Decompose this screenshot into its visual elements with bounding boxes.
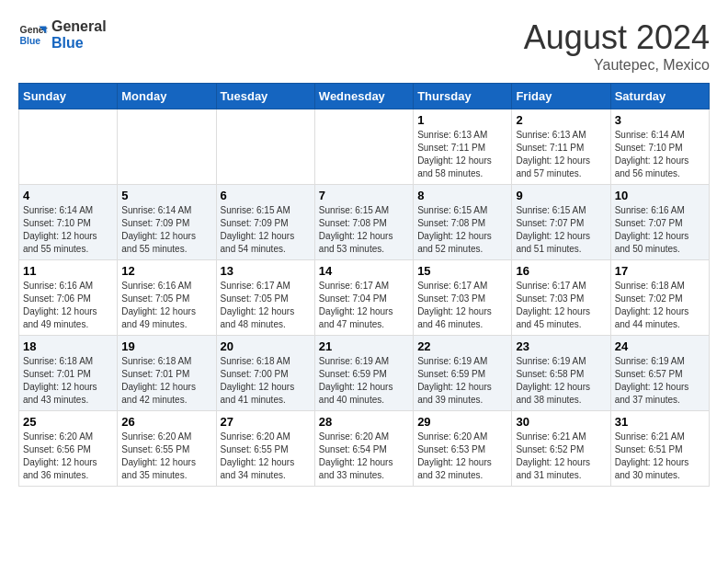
day-number: 10 bbox=[615, 189, 705, 202]
day-number: 20 bbox=[221, 339, 311, 353]
calendar-cell: 5Sunrise: 6:14 AMSunset: 7:09 PMDaylight… bbox=[118, 185, 216, 260]
calendar-cell: 28Sunrise: 6:20 AMSunset: 6:54 PMDayligh… bbox=[314, 411, 413, 487]
calendar-cell bbox=[216, 109, 314, 185]
day-info: Sunrise: 6:17 AMSunset: 7:05 PMDaylight:… bbox=[221, 280, 311, 331]
header-cell-saturday: Saturday bbox=[610, 84, 709, 109]
day-number: 25 bbox=[23, 415, 113, 429]
day-info: Sunrise: 6:20 AMSunset: 6:53 PMDaylight:… bbox=[417, 431, 507, 482]
day-number: 27 bbox=[221, 415, 311, 429]
day-number: 2 bbox=[516, 113, 606, 127]
calendar-cell: 2Sunrise: 6:13 AMSunset: 7:11 PMDaylight… bbox=[512, 109, 610, 185]
day-number: 21 bbox=[319, 339, 409, 353]
day-number: 13 bbox=[221, 264, 311, 278]
day-info: Sunrise: 6:16 AMSunset: 7:05 PMDaylight:… bbox=[121, 280, 211, 331]
day-info: Sunrise: 6:20 AMSunset: 6:56 PMDaylight:… bbox=[23, 431, 113, 482]
calendar-table: SundayMondayTuesdayWednesdayThursdayFrid… bbox=[18, 83, 710, 487]
week-row: 11Sunrise: 6:16 AMSunset: 7:06 PMDayligh… bbox=[19, 260, 710, 336]
day-info: Sunrise: 6:20 AMSunset: 6:55 PMDaylight:… bbox=[221, 431, 311, 482]
header-cell-thursday: Thursday bbox=[414, 84, 512, 109]
calendar-cell: 25Sunrise: 6:20 AMSunset: 6:56 PMDayligh… bbox=[19, 411, 118, 487]
day-number: 30 bbox=[516, 415, 606, 429]
day-number: 24 bbox=[615, 339, 705, 353]
day-number: 22 bbox=[417, 339, 507, 353]
calendar-cell: 22Sunrise: 6:19 AMSunset: 6:59 PMDayligh… bbox=[414, 336, 512, 411]
day-number: 8 bbox=[417, 189, 507, 202]
day-number: 28 bbox=[319, 415, 409, 429]
day-info: Sunrise: 6:13 AMSunset: 7:11 PMDaylight:… bbox=[417, 129, 507, 180]
header-cell-monday: Monday bbox=[118, 84, 216, 109]
calendar-cell: 3Sunrise: 6:14 AMSunset: 7:10 PMDaylight… bbox=[610, 109, 709, 185]
day-info: Sunrise: 6:14 AMSunset: 7:09 PMDaylight:… bbox=[121, 204, 211, 256]
day-info: Sunrise: 6:15 AMSunset: 7:08 PMDaylight:… bbox=[417, 204, 507, 256]
calendar-cell: 6Sunrise: 6:15 AMSunset: 7:09 PMDaylight… bbox=[216, 185, 314, 260]
day-number: 17 bbox=[615, 264, 705, 278]
day-info: Sunrise: 6:20 AMSunset: 6:54 PMDaylight:… bbox=[319, 431, 409, 482]
calendar-cell: 17Sunrise: 6:18 AMSunset: 7:02 PMDayligh… bbox=[610, 260, 709, 336]
day-number: 7 bbox=[319, 189, 409, 202]
logo: General Blue General Blue bbox=[18, 18, 107, 51]
logo-blue: Blue bbox=[51, 35, 107, 52]
day-info: Sunrise: 6:15 AMSunset: 7:08 PMDaylight:… bbox=[319, 204, 409, 256]
day-info: Sunrise: 6:16 AMSunset: 7:07 PMDaylight:… bbox=[615, 204, 705, 256]
day-number: 29 bbox=[417, 415, 507, 429]
page-header: General Blue General Blue August 2024 Ya… bbox=[18, 18, 710, 74]
day-number: 12 bbox=[121, 264, 211, 278]
calendar-cell: 24Sunrise: 6:19 AMSunset: 6:57 PMDayligh… bbox=[610, 336, 709, 411]
day-info: Sunrise: 6:20 AMSunset: 6:55 PMDaylight:… bbox=[121, 431, 211, 482]
week-row: 1Sunrise: 6:13 AMSunset: 7:11 PMDaylight… bbox=[19, 109, 710, 185]
calendar-cell: 12Sunrise: 6:16 AMSunset: 7:05 PMDayligh… bbox=[118, 260, 216, 336]
day-info: Sunrise: 6:18 AMSunset: 7:00 PMDaylight:… bbox=[221, 355, 311, 407]
calendar-cell: 16Sunrise: 6:17 AMSunset: 7:03 PMDayligh… bbox=[512, 260, 610, 336]
main-title: August 2024 bbox=[524, 18, 710, 57]
calendar-cell: 29Sunrise: 6:20 AMSunset: 6:53 PMDayligh… bbox=[414, 411, 512, 487]
calendar-cell: 14Sunrise: 6:17 AMSunset: 7:04 PMDayligh… bbox=[314, 260, 413, 336]
header-cell-friday: Friday bbox=[512, 84, 610, 109]
calendar-cell: 21Sunrise: 6:19 AMSunset: 6:59 PMDayligh… bbox=[314, 336, 413, 411]
calendar-header: SundayMondayTuesdayWednesdayThursdayFrid… bbox=[19, 84, 710, 109]
calendar-cell bbox=[118, 109, 216, 185]
day-number: 15 bbox=[417, 264, 507, 278]
week-row: 4Sunrise: 6:14 AMSunset: 7:10 PMDaylight… bbox=[19, 185, 710, 260]
calendar-cell: 19Sunrise: 6:18 AMSunset: 7:01 PMDayligh… bbox=[118, 336, 216, 411]
day-info: Sunrise: 6:19 AMSunset: 6:57 PMDaylight:… bbox=[615, 355, 705, 407]
calendar-body: 1Sunrise: 6:13 AMSunset: 7:11 PMDaylight… bbox=[19, 109, 710, 487]
calendar-cell: 10Sunrise: 6:16 AMSunset: 7:07 PMDayligh… bbox=[610, 185, 709, 260]
day-number: 9 bbox=[516, 189, 606, 202]
day-info: Sunrise: 6:17 AMSunset: 7:03 PMDaylight:… bbox=[417, 280, 507, 331]
day-number: 26 bbox=[121, 415, 211, 429]
calendar-cell: 18Sunrise: 6:18 AMSunset: 7:01 PMDayligh… bbox=[19, 336, 118, 411]
calendar-cell: 31Sunrise: 6:21 AMSunset: 6:51 PMDayligh… bbox=[610, 411, 709, 487]
calendar-cell: 4Sunrise: 6:14 AMSunset: 7:10 PMDaylight… bbox=[19, 185, 118, 260]
calendar-cell: 11Sunrise: 6:16 AMSunset: 7:06 PMDayligh… bbox=[19, 260, 118, 336]
day-info: Sunrise: 6:18 AMSunset: 7:02 PMDaylight:… bbox=[615, 280, 705, 331]
subtitle: Yautepec, Mexico bbox=[524, 57, 710, 74]
logo-general: General bbox=[51, 18, 107, 35]
day-number: 19 bbox=[121, 339, 211, 353]
day-info: Sunrise: 6:21 AMSunset: 6:51 PMDaylight:… bbox=[615, 431, 705, 482]
day-number: 11 bbox=[23, 264, 113, 278]
day-info: Sunrise: 6:19 AMSunset: 6:59 PMDaylight:… bbox=[417, 355, 507, 407]
day-info: Sunrise: 6:17 AMSunset: 7:04 PMDaylight:… bbox=[319, 280, 409, 331]
day-info: Sunrise: 6:14 AMSunset: 7:10 PMDaylight:… bbox=[615, 129, 705, 180]
header-cell-tuesday: Tuesday bbox=[216, 84, 314, 109]
day-info: Sunrise: 6:17 AMSunset: 7:03 PMDaylight:… bbox=[516, 280, 606, 331]
calendar-cell: 27Sunrise: 6:20 AMSunset: 6:55 PMDayligh… bbox=[216, 411, 314, 487]
header-cell-sunday: Sunday bbox=[19, 84, 118, 109]
header-row: SundayMondayTuesdayWednesdayThursdayFrid… bbox=[19, 84, 710, 109]
day-number: 23 bbox=[516, 339, 606, 353]
day-info: Sunrise: 6:14 AMSunset: 7:10 PMDaylight:… bbox=[23, 204, 113, 256]
calendar-cell: 9Sunrise: 6:15 AMSunset: 7:07 PMDaylight… bbox=[512, 185, 610, 260]
day-number: 6 bbox=[221, 189, 311, 202]
week-row: 18Sunrise: 6:18 AMSunset: 7:01 PMDayligh… bbox=[19, 336, 710, 411]
day-number: 18 bbox=[23, 339, 113, 353]
day-number: 4 bbox=[23, 189, 113, 202]
calendar-cell: 7Sunrise: 6:15 AMSunset: 7:08 PMDaylight… bbox=[314, 185, 413, 260]
day-info: Sunrise: 6:15 AMSunset: 7:09 PMDaylight:… bbox=[221, 204, 311, 256]
svg-text:Blue: Blue bbox=[20, 35, 41, 45]
calendar-cell: 13Sunrise: 6:17 AMSunset: 7:05 PMDayligh… bbox=[216, 260, 314, 336]
calendar-cell: 15Sunrise: 6:17 AMSunset: 7:03 PMDayligh… bbox=[414, 260, 512, 336]
calendar-cell: 1Sunrise: 6:13 AMSunset: 7:11 PMDaylight… bbox=[414, 109, 512, 185]
week-row: 25Sunrise: 6:20 AMSunset: 6:56 PMDayligh… bbox=[19, 411, 710, 487]
day-number: 3 bbox=[615, 113, 705, 127]
calendar-cell bbox=[314, 109, 413, 185]
